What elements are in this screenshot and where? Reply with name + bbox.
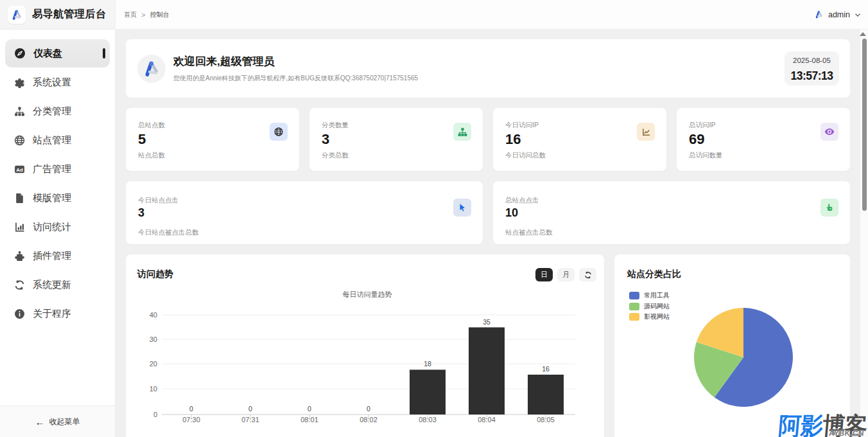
svg-text:08:03: 08:03 bbox=[419, 416, 437, 424]
svg-text:0: 0 bbox=[308, 405, 311, 413]
svg-text:0: 0 bbox=[367, 405, 370, 413]
svg-text:10: 10 bbox=[150, 385, 157, 393]
svg-text:0: 0 bbox=[248, 405, 252, 413]
svg-text:08:01: 08:01 bbox=[300, 416, 318, 424]
svg-text:Ad: Ad bbox=[16, 166, 23, 172]
svg-text:每日访问量趋势: 每日访问量趋势 bbox=[343, 290, 392, 298]
svg-text:30: 30 bbox=[150, 335, 157, 343]
svg-text:08:05: 08:05 bbox=[537, 416, 555, 424]
svg-text:18: 18 bbox=[424, 360, 431, 368]
svg-text:08:04: 08:04 bbox=[478, 416, 496, 424]
svg-text:07:30: 07:30 bbox=[182, 416, 200, 424]
svg-text:0: 0 bbox=[153, 411, 157, 418]
svg-text:40: 40 bbox=[150, 311, 157, 319]
svg-text:20: 20 bbox=[150, 360, 157, 368]
svg-text:08:02: 08:02 bbox=[360, 416, 378, 424]
svg-text:07:31: 07:31 bbox=[241, 416, 259, 424]
svg-text:16: 16 bbox=[542, 365, 550, 373]
svg-text:0: 0 bbox=[189, 405, 193, 413]
svg-text:35: 35 bbox=[483, 318, 490, 326]
